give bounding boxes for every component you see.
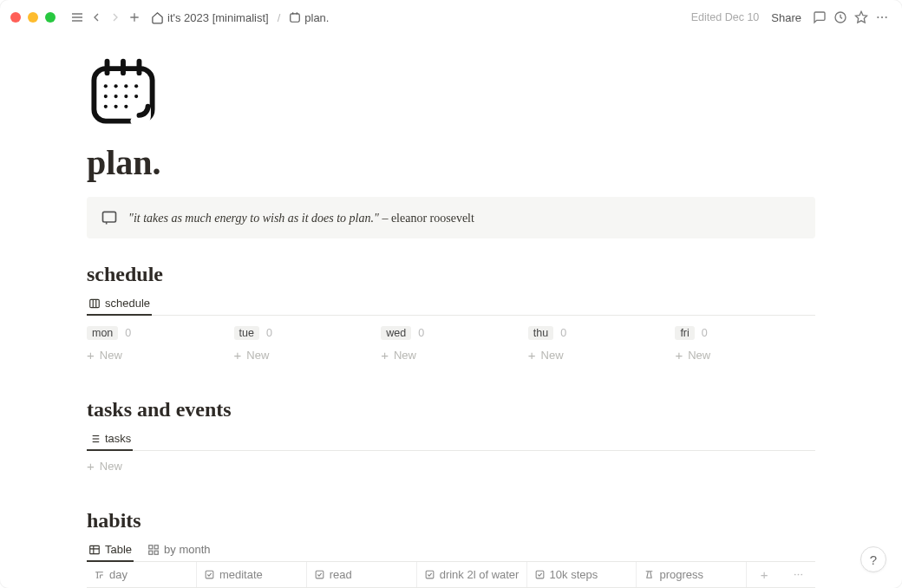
checkbox-icon: [204, 569, 215, 580]
svg-rect-5: [291, 14, 300, 22]
svg-rect-29: [90, 299, 100, 307]
schedule-board: mon0 +New tue0 +New wed0 +New thu0 +New …: [87, 324, 815, 363]
new-card-button[interactable]: +New: [381, 347, 521, 363]
board-column-tue: tue0 +New: [234, 324, 375, 363]
list-icon: [88, 433, 101, 445]
habits-tab-month[interactable]: by month: [146, 538, 212, 561]
tasks-tabs: tasks: [87, 427, 815, 451]
window-minimize[interactable]: [28, 12, 38, 23]
checkbox-icon: [534, 569, 546, 580]
svg-rect-47: [426, 571, 434, 578]
checkbox-icon: [314, 569, 325, 580]
sidebar-toggle-icon[interactable]: [68, 8, 87, 27]
window-close[interactable]: [10, 12, 21, 23]
nav-back-icon[interactable]: [87, 8, 106, 27]
svg-point-12: [886, 16, 887, 18]
plus-icon: +: [234, 349, 242, 362]
comments-icon[interactable]: [810, 8, 829, 27]
col-label[interactable]: thu: [528, 326, 553, 340]
new-task-button[interactable]: +New: [87, 458, 815, 474]
svg-point-25: [104, 105, 108, 108]
edited-timestamp: Edited Dec 10: [691, 11, 760, 23]
board-column-wed: wed0 +New: [381, 324, 521, 363]
quote-icon: [101, 209, 118, 226]
svg-point-19: [124, 84, 127, 88]
habits-add-column[interactable]: +: [747, 562, 781, 587]
habits-tab-table[interactable]: Table: [87, 538, 134, 561]
plus-icon: +: [761, 568, 768, 581]
habits-col-day[interactable]: day: [87, 562, 197, 587]
breadcrumb-current[interactable]: plan.: [285, 10, 332, 26]
svg-point-18: [114, 84, 118, 88]
habits-table-header: day meditate read drink 2l of water 10k …: [87, 561, 815, 588]
svg-point-17: [104, 84, 108, 88]
col-count: 0: [702, 327, 708, 339]
habits-more-button[interactable]: [781, 563, 815, 586]
breadcrumb-home[interactable]: it's 2023 [minimalist]: [147, 10, 272, 26]
habits-col-meditate[interactable]: meditate: [197, 562, 307, 587]
plus-icon: +: [381, 349, 389, 362]
col-label[interactable]: tue: [234, 326, 259, 340]
checkbox-icon: [424, 569, 435, 580]
calendar-page-icon: [87, 56, 160, 128]
new-card-button[interactable]: +New: [675, 347, 815, 363]
new-page-icon[interactable]: [125, 8, 144, 27]
svg-point-21: [104, 95, 108, 98]
habits-tabs: Table by month: [87, 538, 815, 562]
new-card-button[interactable]: +New: [234, 347, 375, 363]
schedule-tab[interactable]: schedule: [87, 291, 152, 315]
help-button[interactable]: ?: [860, 546, 886, 572]
svg-point-22: [114, 95, 118, 98]
col-label[interactable]: mon: [87, 326, 118, 340]
svg-point-26: [114, 105, 118, 108]
nav-forward-icon[interactable]: [106, 8, 125, 27]
new-card-button[interactable]: +New: [87, 347, 227, 363]
schedule-tabs: schedule: [87, 291, 815, 316]
svg-rect-48: [536, 571, 544, 578]
habits-heading: habits: [87, 509, 815, 532]
tasks-tab[interactable]: tasks: [87, 427, 133, 450]
habits-col-steps[interactable]: 10k steps: [527, 562, 637, 587]
svg-rect-42: [154, 545, 158, 548]
plus-icon: +: [87, 460, 95, 473]
svg-marker-9: [855, 11, 866, 23]
col-label[interactable]: fri: [675, 326, 694, 340]
page-icon[interactable]: [87, 56, 815, 132]
page-title[interactable]: plan.: [87, 142, 815, 183]
text-icon: [94, 569, 105, 580]
habits-col-read[interactable]: read: [307, 562, 417, 587]
col-label[interactable]: wed: [381, 326, 411, 340]
favorite-icon[interactable]: [852, 8, 871, 27]
formula-icon: [644, 569, 655, 580]
svg-rect-44: [154, 551, 158, 554]
new-card-button[interactable]: +New: [528, 347, 669, 363]
window-traffic-lights: [10, 12, 56, 23]
updates-icon[interactable]: [831, 8, 850, 27]
breadcrumb-parent-label: it's 2023 [minimalist]: [167, 11, 269, 24]
col-count: 0: [418, 327, 424, 339]
svg-point-20: [134, 84, 138, 88]
breadcrumb-current-label: plan.: [304, 11, 329, 24]
svg-rect-45: [206, 571, 213, 578]
svg-point-10: [877, 16, 879, 18]
habits-tab-month-label: by month: [164, 543, 210, 556]
callout-text: "it takes as much energy to wish as it d…: [128, 211, 474, 225]
svg-rect-46: [316, 571, 324, 578]
svg-rect-43: [149, 551, 153, 554]
table-icon: [88, 544, 101, 556]
col-count: 0: [560, 327, 566, 339]
tasks-tab-label: tasks: [105, 432, 131, 445]
habits-col-water[interactable]: drink 2l of water: [417, 562, 527, 587]
more-icon[interactable]: [873, 8, 892, 27]
habits-tab-table-label: Table: [105, 543, 132, 556]
callout-block[interactable]: "it takes as much energy to wish as it d…: [87, 197, 815, 238]
plus-icon: +: [87, 349, 95, 362]
schedule-heading: schedule: [87, 263, 815, 286]
share-button[interactable]: Share: [766, 8, 807, 28]
home-icon: [151, 11, 164, 24]
window-zoom[interactable]: [45, 12, 56, 23]
breadcrumb-separator: /: [278, 11, 281, 24]
svg-point-27: [124, 105, 127, 108]
habits-col-progress[interactable]: progress: [637, 562, 747, 587]
more-icon: [793, 569, 804, 580]
